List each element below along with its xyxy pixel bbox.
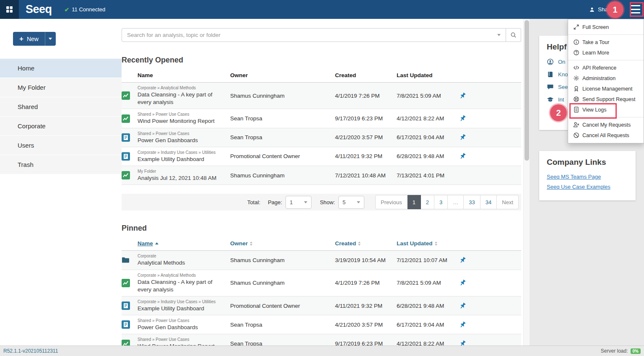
table-row[interactable]: Shared » Power Use CasesWind Power Monit… — [122, 109, 521, 128]
page-button-34[interactable]: 34 — [480, 195, 497, 209]
row-created: 4/11/2021 9:32 PM — [335, 153, 397, 159]
pin-icon[interactable] — [459, 321, 466, 328]
page-button-2[interactable]: 2 — [421, 195, 434, 209]
next-page-button[interactable]: Next — [497, 195, 519, 209]
column-created-sort[interactable]: Created — [335, 240, 397, 247]
menu-item-view-logs[interactable]: View Logs — [568, 104, 644, 115]
row-created: 9/17/2019 6:23 PM — [335, 340, 397, 346]
page-select[interactable]: 1 — [286, 196, 312, 209]
breadcrumb: Corporate » Industry Use Cases » Utiliti… — [138, 299, 226, 305]
menu-item-take-a-tour[interactable]: Take a Tour — [568, 37, 644, 47]
page-ellipsis: … — [448, 195, 464, 209]
row-created: 3/19/2019 10:54 AM — [335, 257, 397, 263]
page-button-1[interactable]: 1 — [408, 195, 421, 209]
scrollbar-thumb[interactable] — [525, 20, 529, 161]
table-row[interactable]: Shared » Power Use CasesPower Gen Dashbo… — [122, 315, 521, 334]
annotation-badge-step2: 2 — [550, 104, 567, 121]
table-row[interactable]: My FolderAnalysis Jul 12, 2021 10:48 AM … — [122, 166, 521, 185]
column-updated-sort[interactable]: Last Updated — [397, 240, 459, 247]
pin-icon[interactable] — [459, 257, 466, 264]
menu-item-license-management[interactable]: License Management — [568, 83, 644, 94]
menu-item-full-screen[interactable]: Full Screen — [568, 22, 644, 32]
sidebar-item-my-folder[interactable]: My Folder — [0, 78, 122, 97]
item-name[interactable]: Wind Power Monitoring Report — [138, 343, 226, 346]
chevron-down-icon — [357, 201, 360, 203]
sidebar-item-corporate[interactable]: Corporate — [0, 117, 122, 135]
row-owner: Sean Tropsa — [230, 134, 335, 140]
table-row[interactable]: Corporate » Industry Use Cases » Utiliti… — [122, 147, 521, 166]
breadcrumb: Corporate » Industry Use Cases » Utiliti… — [138, 150, 226, 156]
menu-divider — [568, 60, 644, 60]
server-load-badge: 0% — [631, 348, 641, 354]
table-row[interactable]: Corporate » Analytical MethodsData Clean… — [122, 83, 521, 109]
menu-item-cancel-my-requests[interactable]: Cancel My Requests — [568, 120, 644, 130]
page-button-33[interactable]: 33 — [464, 195, 480, 209]
row-owner: Shamus Cunningham — [230, 93, 335, 99]
company-link-use-cases[interactable]: Seeq Use Case Examples — [547, 184, 628, 190]
item-name[interactable]: Wind Power Monitoring Report — [138, 117, 226, 125]
recently-opened-table: Name Owner Created Last Updated Corporat… — [122, 70, 521, 185]
analysis-icon — [122, 91, 130, 100]
column-owner-sort[interactable]: Owner — [230, 240, 335, 247]
menu-item-learn-more[interactable]: Learn More — [568, 47, 644, 58]
certificate-icon — [573, 86, 579, 92]
menu-item-cancel-all-requests[interactable]: Cancel All Requests — [568, 130, 644, 140]
row-owner: Promotional Content Owner — [230, 153, 335, 159]
pin-icon[interactable] — [459, 302, 466, 309]
menu-item-api-reference[interactable]: API Reference — [568, 62, 644, 73]
user-menu[interactable]: Sha — [589, 0, 608, 19]
item-name[interactable]: Example Utility Dashboard — [138, 305, 226, 312]
search-button[interactable] — [506, 28, 521, 42]
apps-grid-button[interactable] — [0, 0, 19, 19]
logs-icon — [573, 107, 579, 113]
connection-status[interactable]: ✔ 11 Connected — [65, 6, 106, 13]
pin-icon[interactable] — [459, 340, 466, 346]
column-name-sort[interactable]: Name — [138, 240, 230, 247]
page-button-3[interactable]: 3 — [434, 195, 448, 209]
life-ring-icon — [573, 96, 579, 102]
menu-item-send-support-request[interactable]: Send Support Request — [568, 94, 644, 104]
search-input[interactable] — [122, 28, 506, 42]
row-updated: 4/12/2021 8:22 AM — [397, 115, 459, 122]
table-row[interactable]: Shared » Power Use CasesPower Gen Dashbo… — [122, 128, 521, 147]
scrollbar-track[interactable] — [523, 19, 530, 346]
table-row[interactable]: Corporate » Analytical MethodsData Clean… — [122, 270, 521, 296]
pin-icon[interactable] — [459, 153, 466, 160]
show-select[interactable]: 5 — [338, 196, 364, 209]
item-name[interactable]: Power Gen Dashboards — [138, 137, 226, 144]
pin-icon[interactable] — [459, 115, 466, 122]
sidebar-item-shared[interactable]: Shared — [0, 97, 122, 116]
check-icon: ✔ — [65, 6, 70, 13]
new-button-dropdown[interactable] — [45, 32, 56, 46]
column-created: Created — [335, 72, 397, 78]
table-row[interactable]: Corporate » Industry Use Cases » Utiliti… — [122, 296, 521, 315]
previous-page-button[interactable]: Previous — [375, 195, 408, 209]
item-name[interactable]: Power Gen Dashboards — [138, 324, 226, 331]
breadcrumb: My Folder — [138, 169, 226, 174]
item-name[interactable]: Example Utility Dashboard — [138, 156, 226, 163]
company-link-teams[interactable]: Seeq MS Teams Page — [547, 174, 628, 180]
sidebar-item-trash[interactable]: Trash — [0, 155, 122, 174]
chevron-down-icon[interactable] — [497, 34, 501, 36]
pin-icon[interactable] — [459, 279, 466, 286]
item-name[interactable]: Data Cleansing - A key part of every ana… — [138, 278, 226, 294]
graduation-cap-icon — [547, 96, 554, 103]
table-header: Name Owner Created Last Updated — [122, 238, 521, 251]
item-name[interactable]: Data Cleansing - A key part of every ana… — [138, 91, 226, 106]
table-row[interactable]: Shared » Power Use CasesWind Power Monit… — [122, 334, 521, 346]
sidebar-item-home[interactable]: Home — [0, 59, 122, 78]
analysis-icon — [122, 340, 130, 346]
annotation-badge-step1: 1 — [607, 1, 623, 18]
item-name[interactable]: Analytical Methods — [138, 259, 226, 267]
table-row[interactable]: CorporateAnalytical Methods Shamus Cunni… — [122, 251, 521, 270]
sidebar-item-users[interactable]: Users — [0, 136, 122, 155]
hamburger-menu: Full Screen Take a Tour Learn More API R… — [568, 19, 644, 143]
new-button[interactable]: +New — [13, 32, 56, 46]
menu-item-administration[interactable]: Administration — [568, 73, 644, 83]
left-sidebar: +New Home My Folder Shared Corporate Use… — [0, 19, 122, 346]
analysis-icon — [122, 114, 130, 123]
item-name[interactable]: Analysis Jul 12, 2021 10:48 AM — [138, 174, 226, 182]
pin-icon[interactable] — [459, 134, 466, 141]
breadcrumb: Shared » Power Use Cases — [138, 318, 226, 324]
pin-icon[interactable] — [459, 92, 466, 99]
